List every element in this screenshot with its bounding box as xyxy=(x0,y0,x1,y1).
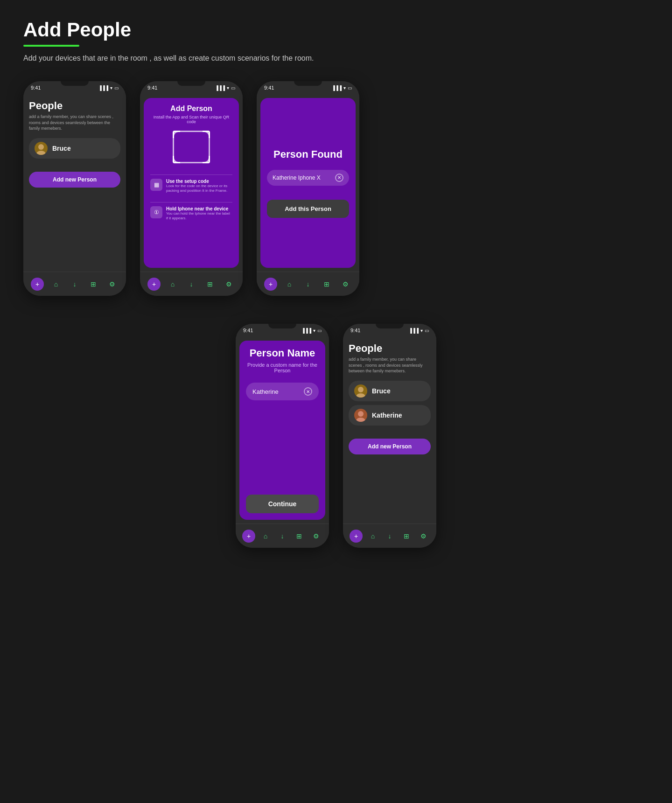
status-bar-3: 9:41 ▐▐▐ ▾ ▭ xyxy=(257,81,359,94)
nav-add-3[interactable]: + xyxy=(264,278,277,291)
qr-corner-br xyxy=(203,156,210,163)
nav-grid-3[interactable]: ⊞ xyxy=(320,278,333,291)
nav-down-3[interactable]: ↓ xyxy=(301,278,315,291)
close-device-btn[interactable]: ✕ xyxy=(335,174,343,182)
phone-4-person-name: 9:41 ▐▐▐ ▾ ▭ Person Name Provide a custo… xyxy=(236,324,329,548)
nav-home-1[interactable]: ⌂ xyxy=(49,278,63,291)
notch-1 xyxy=(61,81,89,86)
person-name-subtitle: Provide a custom name for the Person xyxy=(246,362,319,373)
notch-2 xyxy=(177,81,205,86)
nav-add-1[interactable]: + xyxy=(31,278,44,291)
nav-settings-1[interactable]: ⚙ xyxy=(105,278,119,291)
nav-settings-5[interactable]: ⚙ xyxy=(417,530,430,543)
person-item-katherine-5[interactable]: Katherine xyxy=(349,405,431,426)
phone-2-content: Add Person Install the App and Scan thei… xyxy=(140,94,243,272)
setup-qr-icon: ▦ xyxy=(150,179,162,191)
phone-4-nav: + ⌂ ↓ ⊞ ⚙ xyxy=(236,524,329,548)
svg-point-4 xyxy=(358,411,364,417)
person-name-panel: Person Name Provide a custom name for th… xyxy=(239,341,325,520)
nav-add-5[interactable]: + xyxy=(350,530,363,543)
svg-point-1 xyxy=(36,151,46,155)
nav-home-3[interactable]: ⌂ xyxy=(283,278,296,291)
page-title: Add People xyxy=(23,19,649,41)
people-subheading-1: add a family member, you can share scene… xyxy=(29,114,120,132)
nav-down-5[interactable]: ↓ xyxy=(383,530,396,543)
svg-point-0 xyxy=(38,144,44,150)
avatar-bruce-5 xyxy=(354,384,367,398)
battery-icon-3: ▭ xyxy=(348,85,352,91)
nav-down-4[interactable]: ↓ xyxy=(276,530,289,543)
setup-option-2: ① Hold Iphone near the device You can ho… xyxy=(150,206,232,221)
title-underline xyxy=(23,45,79,47)
nav-settings-3[interactable]: ⚙ xyxy=(339,278,352,291)
time-2: 9:41 xyxy=(147,85,157,91)
phone-2-add-person: 9:41 ▐▐▐ ▾ ▭ Add Person Install the App … xyxy=(140,81,243,296)
battery-icon-4: ▭ xyxy=(317,328,322,333)
phone-3-person-found: 9:41 ▐▐▐ ▾ ▭ Person Found Katherine Ipho… xyxy=(257,81,359,296)
close-name-btn[interactable]: ✕ xyxy=(304,387,312,396)
person-item-bruce-5[interactable]: Bruce xyxy=(349,381,431,401)
status-bar-5: 9:41 ▐▐▐ ▾ ▭ xyxy=(343,324,436,337)
time-3: 9:41 xyxy=(264,85,274,91)
add-person-panel: Add Person Install the App and Scan thei… xyxy=(144,98,239,268)
add-person-btn-1[interactable]: Add new Person xyxy=(29,172,120,188)
nav-grid-2[interactable]: ⊞ xyxy=(203,278,217,291)
nav-down-2[interactable]: ↓ xyxy=(185,278,198,291)
phone-1-nav: + ⌂ ↓ ⊞ ⚙ xyxy=(23,272,126,296)
name-input-field[interactable]: Katherine ✕ xyxy=(246,383,319,400)
nav-grid-5[interactable]: ⊞ xyxy=(400,530,413,543)
setup-sub-2: You can hold the Iphone near the label i… xyxy=(166,211,232,221)
person-item-bruce-1[interactable]: Bruce xyxy=(29,138,120,159)
phone-5-content: People add a family member, you can shar… xyxy=(343,337,436,524)
nav-home-5[interactable]: ⌂ xyxy=(366,530,379,543)
status-bar-4: 9:41 ▐▐▐ ▾ ▭ xyxy=(236,324,329,337)
signal-icon-1: ▐▐▐ xyxy=(98,85,108,91)
avatar-bruce-img-5 xyxy=(354,384,367,398)
qr-corner-bl xyxy=(173,156,180,163)
status-icons-3: ▐▐▐ ▾ ▭ xyxy=(332,85,352,91)
nav-add-2[interactable]: + xyxy=(147,278,161,291)
person-name-bruce-1: Bruce xyxy=(52,145,71,152)
add-person-title: Add Person xyxy=(170,105,212,113)
status-icons-4: ▐▐▐ ▾ ▭ xyxy=(301,328,322,333)
nav-settings-2[interactable]: ⚙ xyxy=(222,278,235,291)
signal-icon-2: ▐▐▐ xyxy=(215,85,225,91)
svg-point-3 xyxy=(356,393,365,398)
wifi-icon-1: ▾ xyxy=(110,85,112,91)
nav-settings-4[interactable]: ⚙ xyxy=(309,530,322,543)
notch-3 xyxy=(294,81,322,86)
add-this-person-btn[interactable]: Add this Person xyxy=(267,200,349,218)
signal-icon-3: ▐▐▐ xyxy=(332,85,342,91)
wifi-icon-4: ▾ xyxy=(313,328,315,333)
nav-home-4[interactable]: ⌂ xyxy=(259,530,272,543)
wifi-icon-2: ▾ xyxy=(227,85,229,91)
nav-add-4[interactable]: + xyxy=(242,530,255,543)
phone-1-people: 9:41 ▐▐▐ ▾ ▭ People add a family member,… xyxy=(23,81,126,296)
status-icons-2: ▐▐▐ ▾ ▭ xyxy=(215,85,235,91)
qr-scanner xyxy=(173,131,210,163)
person-name-bruce-5: Bruce xyxy=(372,387,391,395)
avatar-bruce-img xyxy=(35,142,48,155)
setup-option-2-text: Hold Iphone near the device You can hold… xyxy=(166,206,232,221)
battery-icon-1: ▭ xyxy=(114,85,119,91)
phone-5-nav: + ⌂ ↓ ⊞ ⚙ xyxy=(343,524,436,548)
notch-5 xyxy=(376,324,404,328)
battery-icon-5: ▭ xyxy=(425,328,429,333)
phone-4-content: Person Name Provide a custom name for th… xyxy=(236,337,329,524)
phone-3-content: Person Found Katherine Iphone X ✕ Add th… xyxy=(257,94,359,272)
add-person-btn-5[interactable]: Add new Person xyxy=(349,439,431,454)
nav-grid-1[interactable]: ⊞ xyxy=(87,278,100,291)
setup-nfc-icon: ① xyxy=(150,206,162,218)
setup-option-1: ▦ Use the setup code Look for the code o… xyxy=(150,179,232,194)
phones-bottom-row: 9:41 ▐▐▐ ▾ ▭ Person Name Provide a custo… xyxy=(23,324,649,548)
status-icons-1: ▐▐▐ ▾ ▭ xyxy=(98,85,119,91)
continue-btn[interactable]: Continue xyxy=(246,495,319,513)
nav-grid-4[interactable]: ⊞ xyxy=(293,530,306,543)
nav-home-2[interactable]: ⌂ xyxy=(166,278,179,291)
nav-down-1[interactable]: ↓ xyxy=(68,278,81,291)
phone-2-nav: + ⌂ ↓ ⊞ ⚙ xyxy=(140,272,243,296)
setup-title-2: Hold Iphone near the device xyxy=(166,206,232,211)
signal-icon-4: ▐▐▐ xyxy=(301,328,311,333)
name-input-text: Katherine xyxy=(252,388,279,395)
status-bar-1: 9:41 ▐▐▐ ▾ ▭ xyxy=(23,81,126,94)
